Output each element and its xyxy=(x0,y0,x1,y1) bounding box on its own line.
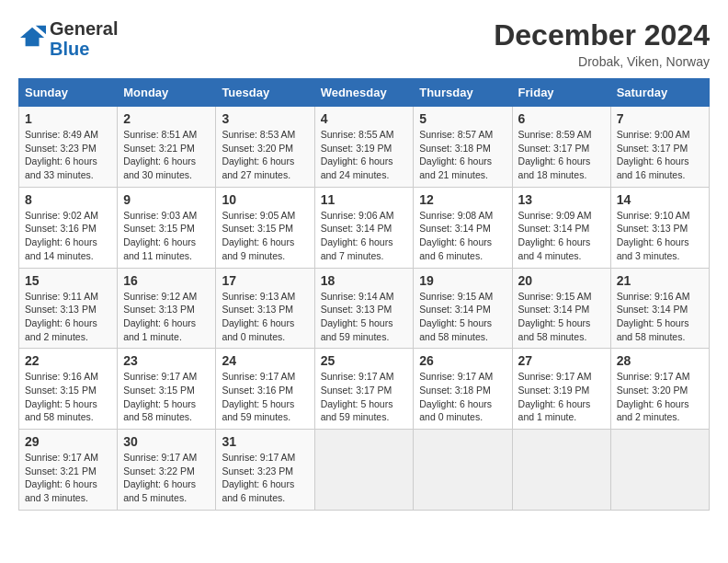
calendar-cell: 13Sunrise: 9:09 AM Sunset: 3:14 PM Dayli… xyxy=(512,187,610,268)
calendar-cell: 31Sunrise: 9:17 AM Sunset: 3:23 PM Dayli… xyxy=(216,430,314,511)
day-info: Sunrise: 8:53 AM Sunset: 3:20 PM Dayligh… xyxy=(222,128,308,182)
calendar-cell: 10Sunrise: 9:05 AM Sunset: 3:15 PM Dayli… xyxy=(216,187,314,268)
calendar-cell: 30Sunrise: 9:17 AM Sunset: 3:22 PM Dayli… xyxy=(118,430,216,511)
calendar-cell: 4Sunrise: 8:55 AM Sunset: 3:19 PM Daylig… xyxy=(314,107,414,188)
day-number: 25 xyxy=(321,353,408,368)
day-info: Sunrise: 8:59 AM Sunset: 3:17 PM Dayligh… xyxy=(518,128,605,182)
day-info: Sunrise: 9:15 AM Sunset: 3:14 PM Dayligh… xyxy=(518,290,605,344)
calendar-cell: 6Sunrise: 8:59 AM Sunset: 3:17 PM Daylig… xyxy=(512,107,610,188)
week-row-2: 8Sunrise: 9:02 AM Sunset: 3:16 PM Daylig… xyxy=(19,187,710,268)
day-info: Sunrise: 9:17 AM Sunset: 3:23 PM Dayligh… xyxy=(222,451,308,505)
calendar-cell: 3Sunrise: 8:53 AM Sunset: 3:20 PM Daylig… xyxy=(216,107,314,188)
calendar-cell: 9Sunrise: 9:03 AM Sunset: 3:15 PM Daylig… xyxy=(118,187,216,268)
logo: General Blue xyxy=(18,18,118,59)
calendar-cell: 15Sunrise: 9:11 AM Sunset: 3:13 PM Dayli… xyxy=(19,268,118,349)
day-number: 20 xyxy=(518,273,605,288)
day-number: 9 xyxy=(123,192,210,207)
calendar-cell: 1Sunrise: 8:49 AM Sunset: 3:23 PM Daylig… xyxy=(19,107,118,188)
day-info: Sunrise: 8:51 AM Sunset: 3:21 PM Dayligh… xyxy=(123,128,210,182)
calendar-cell: 8Sunrise: 9:02 AM Sunset: 3:16 PM Daylig… xyxy=(19,187,118,268)
col-header-sunday: Sunday xyxy=(19,79,118,107)
calendar-cell: 16Sunrise: 9:12 AM Sunset: 3:13 PM Dayli… xyxy=(118,268,216,349)
calendar-cell: 14Sunrise: 9:10 AM Sunset: 3:13 PM Dayli… xyxy=(610,187,709,268)
day-number: 13 xyxy=(518,192,605,207)
day-number: 23 xyxy=(123,353,210,368)
calendar-cell: 2Sunrise: 8:51 AM Sunset: 3:21 PM Daylig… xyxy=(118,107,216,188)
col-header-wednesday: Wednesday xyxy=(314,79,414,107)
day-number: 26 xyxy=(419,353,506,368)
day-info: Sunrise: 8:49 AM Sunset: 3:23 PM Dayligh… xyxy=(25,128,111,182)
calendar-cell: 17Sunrise: 9:13 AM Sunset: 3:13 PM Dayli… xyxy=(216,268,314,349)
calendar-cell xyxy=(610,430,709,511)
col-header-monday: Monday xyxy=(118,79,216,107)
day-number: 30 xyxy=(123,434,210,449)
calendar-cell xyxy=(414,430,512,511)
day-info: Sunrise: 9:11 AM Sunset: 3:13 PM Dayligh… xyxy=(25,290,111,344)
calendar-cell: 20Sunrise: 9:15 AM Sunset: 3:14 PM Dayli… xyxy=(512,268,610,349)
calendar-cell: 12Sunrise: 9:08 AM Sunset: 3:14 PM Dayli… xyxy=(414,187,512,268)
day-number: 10 xyxy=(222,192,308,207)
page-header: General Blue December 2024 Drobak, Viken… xyxy=(18,18,710,69)
day-number: 22 xyxy=(25,353,111,368)
day-number: 11 xyxy=(321,192,408,207)
calendar-cell: 22Sunrise: 9:16 AM Sunset: 3:15 PM Dayli… xyxy=(19,349,118,430)
day-info: Sunrise: 9:06 AM Sunset: 3:14 PM Dayligh… xyxy=(321,209,408,263)
day-number: 28 xyxy=(617,353,703,368)
location: Drobak, Viken, Norway xyxy=(494,54,710,69)
day-number: 29 xyxy=(25,434,111,449)
day-number: 6 xyxy=(518,111,605,126)
day-info: Sunrise: 8:55 AM Sunset: 3:19 PM Dayligh… xyxy=(321,128,408,182)
week-row-4: 22Sunrise: 9:16 AM Sunset: 3:15 PM Dayli… xyxy=(19,349,710,430)
week-row-5: 29Sunrise: 9:17 AM Sunset: 3:21 PM Dayli… xyxy=(19,430,710,511)
day-info: Sunrise: 9:00 AM Sunset: 3:17 PM Dayligh… xyxy=(617,128,703,182)
calendar-cell: 24Sunrise: 9:17 AM Sunset: 3:16 PM Dayli… xyxy=(216,349,314,430)
calendar-table: SundayMondayTuesdayWednesdayThursdayFrid… xyxy=(18,78,710,511)
month-year: December 2024 xyxy=(494,18,710,52)
day-number: 12 xyxy=(419,192,506,207)
calendar-cell: 21Sunrise: 9:16 AM Sunset: 3:14 PM Dayli… xyxy=(610,268,709,349)
calendar-cell xyxy=(512,430,610,511)
day-info: Sunrise: 9:10 AM Sunset: 3:13 PM Dayligh… xyxy=(617,209,703,263)
col-header-saturday: Saturday xyxy=(610,79,709,107)
day-info: Sunrise: 9:16 AM Sunset: 3:14 PM Dayligh… xyxy=(617,290,703,344)
day-info: Sunrise: 9:17 AM Sunset: 3:20 PM Dayligh… xyxy=(617,370,703,424)
day-info: Sunrise: 9:17 AM Sunset: 3:21 PM Dayligh… xyxy=(25,451,111,505)
day-info: Sunrise: 9:17 AM Sunset: 3:22 PM Dayligh… xyxy=(123,451,210,505)
logo-icon xyxy=(20,24,46,50)
day-number: 21 xyxy=(617,273,703,288)
title-block: December 2024 Drobak, Viken, Norway xyxy=(494,18,710,69)
day-number: 8 xyxy=(25,192,111,207)
calendar-cell: 18Sunrise: 9:14 AM Sunset: 3:13 PM Dayli… xyxy=(314,268,414,349)
day-number: 7 xyxy=(617,111,703,126)
week-row-1: 1Sunrise: 8:49 AM Sunset: 3:23 PM Daylig… xyxy=(19,107,710,188)
col-header-tuesday: Tuesday xyxy=(216,79,314,107)
calendar-cell: 25Sunrise: 9:17 AM Sunset: 3:17 PM Dayli… xyxy=(314,349,414,430)
day-info: Sunrise: 8:57 AM Sunset: 3:18 PM Dayligh… xyxy=(419,128,506,182)
day-info: Sunrise: 9:17 AM Sunset: 3:15 PM Dayligh… xyxy=(123,370,210,424)
day-info: Sunrise: 9:15 AM Sunset: 3:14 PM Dayligh… xyxy=(419,290,506,344)
calendar-cell: 28Sunrise: 9:17 AM Sunset: 3:20 PM Dayli… xyxy=(610,349,709,430)
calendar-cell: 7Sunrise: 9:00 AM Sunset: 3:17 PM Daylig… xyxy=(610,107,709,188)
day-number: 24 xyxy=(222,353,308,368)
day-number: 31 xyxy=(222,434,308,449)
day-number: 14 xyxy=(617,192,703,207)
day-info: Sunrise: 9:17 AM Sunset: 3:18 PM Dayligh… xyxy=(419,370,506,424)
calendar-cell: 5Sunrise: 8:57 AM Sunset: 3:18 PM Daylig… xyxy=(414,107,512,188)
day-number: 15 xyxy=(25,273,111,288)
day-info: Sunrise: 9:08 AM Sunset: 3:14 PM Dayligh… xyxy=(419,209,506,263)
day-number: 4 xyxy=(321,111,408,126)
day-number: 19 xyxy=(419,273,506,288)
day-info: Sunrise: 9:13 AM Sunset: 3:13 PM Dayligh… xyxy=(222,290,308,344)
calendar-cell: 29Sunrise: 9:17 AM Sunset: 3:21 PM Dayli… xyxy=(19,430,118,511)
day-number: 5 xyxy=(419,111,506,126)
day-info: Sunrise: 9:03 AM Sunset: 3:15 PM Dayligh… xyxy=(123,209,210,263)
logo-general: General xyxy=(50,18,118,39)
calendar-cell: 27Sunrise: 9:17 AM Sunset: 3:19 PM Dayli… xyxy=(512,349,610,430)
day-info: Sunrise: 9:14 AM Sunset: 3:13 PM Dayligh… xyxy=(321,290,408,344)
calendar-cell: 19Sunrise: 9:15 AM Sunset: 3:14 PM Dayli… xyxy=(414,268,512,349)
day-info: Sunrise: 9:17 AM Sunset: 3:17 PM Dayligh… xyxy=(321,370,408,424)
col-header-thursday: Thursday xyxy=(414,79,512,107)
day-number: 2 xyxy=(123,111,210,126)
svg-marker-0 xyxy=(20,28,44,47)
day-info: Sunrise: 9:17 AM Sunset: 3:16 PM Dayligh… xyxy=(222,370,308,424)
